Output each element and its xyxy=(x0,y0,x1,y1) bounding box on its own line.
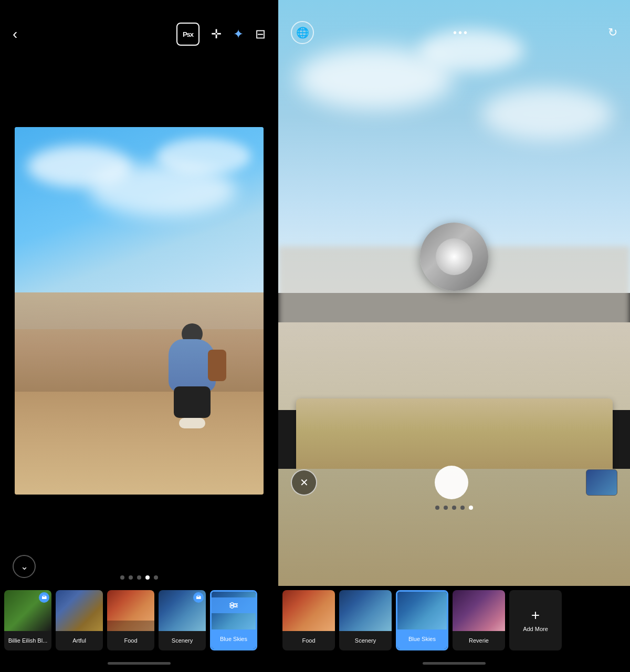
chevron-down-icon: ⌄ xyxy=(20,561,28,572)
filter-label-billie: Billie Eilish Bl... xyxy=(4,631,51,650)
main-photo xyxy=(15,127,264,495)
capture-button[interactable] xyxy=(435,466,468,499)
home-bar-right xyxy=(423,662,486,665)
x-icon: ✕ xyxy=(300,476,309,489)
right-filter-item-scenery[interactable]: Scenery xyxy=(339,590,392,650)
dot-5 xyxy=(154,575,158,580)
filter-thumb-scenery: 🏔 xyxy=(159,590,206,631)
right-filter-label-reverie: Reverie xyxy=(453,631,505,650)
filter-item-artful[interactable]: Artful xyxy=(56,590,103,650)
filter-thumb-blueskies xyxy=(212,592,256,633)
photo-thumbnail[interactable] xyxy=(586,469,617,496)
cloud-3 xyxy=(156,138,251,175)
dot-4-active xyxy=(145,575,150,580)
r-dot-5-active xyxy=(469,506,473,510)
filter-badge-billie: 🏔 xyxy=(39,592,49,603)
right-header: 🌐 ••• ↻ xyxy=(278,0,630,52)
psx-icon[interactable]: Psx xyxy=(176,23,200,46)
dot-2 xyxy=(129,575,133,580)
dot-3 xyxy=(137,575,141,580)
refresh-button[interactable]: ↻ xyxy=(608,26,617,39)
right-filter-thumb-scenery xyxy=(339,590,392,631)
r-dot-4 xyxy=(460,506,465,510)
right-filter-label-scenery: Scenery xyxy=(339,631,392,650)
svg-point-5 xyxy=(231,605,234,608)
filter-label-blueskies: Blue Skies xyxy=(212,629,256,649)
filter-strip-left: 🏔 Billie Eilish Bl... Artful Food 🏔 xyxy=(0,586,278,654)
pagination-dots-left xyxy=(0,569,278,586)
filter-item-billie[interactable]: 🏔 Billie Eilish Bl... xyxy=(4,590,51,650)
plus-icon: + xyxy=(531,608,540,623)
cancel-button[interactable]: ✕ xyxy=(291,469,317,496)
filter-item-food[interactable]: Food xyxy=(107,590,154,650)
right-filter-thumb-blueskies xyxy=(397,592,447,633)
person xyxy=(158,323,226,428)
right-filter-label-blueskies: Blue Skies xyxy=(397,629,447,649)
light-lens xyxy=(436,238,472,275)
right-filter-item-reverie[interactable]: Reverie xyxy=(453,590,505,650)
person-shoes xyxy=(179,418,205,428)
collapse-button[interactable]: ⌄ xyxy=(13,555,36,578)
move-icon[interactable]: ✛ xyxy=(211,27,222,41)
active-filter-icon xyxy=(212,597,256,613)
filter-thumb-artful xyxy=(56,590,103,631)
right-filter-item-food[interactable]: Food xyxy=(282,590,335,650)
ceiling-light xyxy=(420,223,488,291)
ceiling-wall xyxy=(278,322,630,410)
filter-label-scenery: Scenery xyxy=(159,631,206,650)
add-more-label: Add More xyxy=(523,626,548,632)
person-bag xyxy=(208,350,226,381)
light-fixture xyxy=(420,223,488,291)
r-dot-2 xyxy=(444,506,448,510)
left-header: ‹ Psx ✛ ✦ ⊟ xyxy=(0,0,278,58)
r-dot-3 xyxy=(452,506,456,510)
filter-label-food: Food xyxy=(107,631,154,650)
left-panel: ‹ Psx ✛ ✦ ⊟ xyxy=(0,0,278,672)
right-filter-label-food: Food xyxy=(282,631,335,650)
home-indicator-right xyxy=(278,654,630,672)
home-bar-left xyxy=(108,662,171,665)
add-more-button[interactable]: + Add More xyxy=(509,590,562,650)
right-filter-item-blueskies[interactable]: Blue Skies xyxy=(396,590,448,650)
back-button[interactable]: ‹ xyxy=(13,26,17,43)
main-image-container xyxy=(0,58,278,564)
globe-button[interactable]: 🌐 xyxy=(291,21,314,44)
r-dot-1 xyxy=(435,506,439,510)
filter-label-artful: Artful xyxy=(56,631,103,650)
right-filter-thumb-food xyxy=(282,590,335,631)
settings-icon[interactable]: ⊟ xyxy=(255,27,266,41)
filter-badge-scenery: 🏔 xyxy=(193,592,204,603)
right-cloud-2 xyxy=(481,88,613,140)
right-main-image: ✕ xyxy=(278,0,630,586)
more-button[interactable]: ••• xyxy=(453,27,469,39)
right-pagination-dots xyxy=(278,506,630,510)
home-indicator-left xyxy=(0,654,278,672)
right-filter-strip: Food Scenery Blue Skies Reverie + Add Mo… xyxy=(278,586,630,654)
right-bottom-controls: ✕ xyxy=(278,466,630,499)
right-filter-thumb-reverie xyxy=(453,590,505,631)
globe-icon: 🌐 xyxy=(296,26,309,39)
filter-item-scenery[interactable]: 🏔 Scenery xyxy=(159,590,206,650)
filter-thumb-billie: 🏔 xyxy=(4,590,51,631)
magic-wand-icon[interactable]: ✦ xyxy=(233,27,244,41)
filter-thumb-food xyxy=(107,590,154,631)
dot-1 xyxy=(120,575,124,580)
filter-item-blueskies[interactable]: Blue Skies xyxy=(210,590,257,650)
right-panel: 🌐 ••• ↻ ✕ xyxy=(278,0,630,672)
svg-point-3 xyxy=(231,602,234,605)
svg-point-4 xyxy=(234,604,237,606)
person-legs xyxy=(174,386,211,418)
header-icons: Psx ✛ ✦ ⊟ xyxy=(176,23,266,46)
food-overlay xyxy=(107,621,154,631)
